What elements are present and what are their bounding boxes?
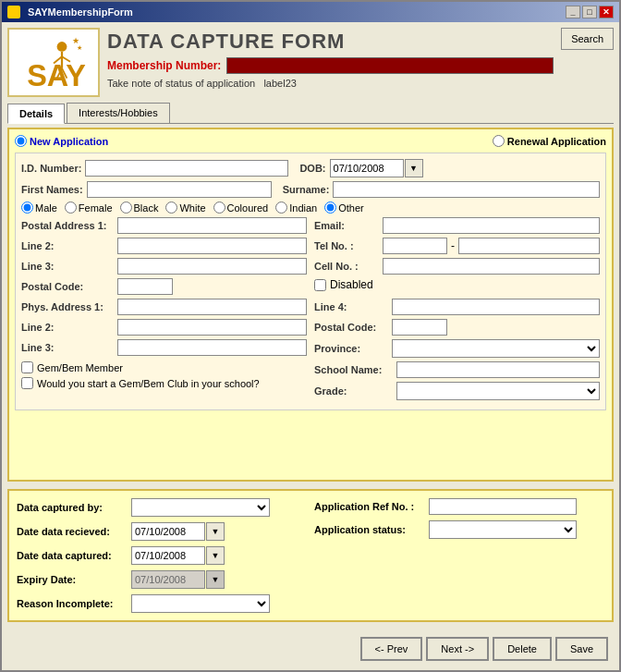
prev-button[interactable]: <- Prev bbox=[360, 637, 423, 661]
grade-dropdown[interactable] bbox=[396, 382, 600, 400]
phys-address-section: Phys. Address 1: Line 2: Line 3: bbox=[21, 299, 600, 361]
postal-addr1-row: Postal Address 1: bbox=[21, 217, 307, 234]
new-application-label: New Application bbox=[30, 136, 108, 147]
date-captured-row: Date data captured: 07/10/2008 ▼ bbox=[17, 546, 307, 565]
gem-bem-member-row: Gem/Bem Member bbox=[21, 361, 307, 373]
app-ref-input[interactable] bbox=[429, 498, 577, 515]
disabled-row: Disabled bbox=[314, 278, 600, 291]
new-application-option[interactable]: New Application bbox=[15, 135, 108, 147]
dob-calendar-button[interactable]: ▼ bbox=[405, 159, 423, 177]
date-captured-input[interactable]: 07/10/2008 bbox=[131, 546, 205, 565]
black-label: Black bbox=[134, 202, 159, 214]
phys-postal-input[interactable] bbox=[392, 319, 447, 336]
postal-address-col: Postal Address 1: Line 2: Line 3: P bbox=[21, 217, 307, 299]
membership-label: Membership Number: bbox=[107, 59, 221, 72]
province-dropdown[interactable] bbox=[392, 339, 600, 358]
date-captured-calendar-button[interactable]: ▼ bbox=[206, 546, 225, 565]
new-application-radio[interactable] bbox=[15, 135, 27, 147]
email-input[interactable] bbox=[383, 217, 600, 234]
phys-postal-row: Postal Code: bbox=[314, 319, 600, 336]
app-status-dropdown[interactable] bbox=[429, 520, 577, 539]
postal-line3-label: Line 3: bbox=[21, 261, 114, 272]
gem-bem-club-checkbox[interactable] bbox=[21, 377, 33, 389]
male-option[interactable]: Male bbox=[21, 202, 57, 214]
expiry-input[interactable]: 07/10/2008 bbox=[131, 570, 205, 589]
contact-col: Email: Tel No. : - Cell No. : bbox=[314, 217, 600, 299]
tel-ext-input[interactable] bbox=[458, 238, 600, 254]
phys-address-col: Phys. Address 1: Line 2: Line 3: bbox=[21, 299, 307, 361]
black-radio[interactable] bbox=[120, 202, 132, 214]
disabled-checkbox[interactable] bbox=[314, 279, 326, 291]
female-radio[interactable] bbox=[65, 202, 77, 214]
postal-line3-row: Line 3: bbox=[21, 258, 307, 275]
surname-label: Surname: bbox=[283, 184, 330, 195]
close-button[interactable]: ✕ bbox=[599, 6, 614, 18]
white-radio[interactable] bbox=[165, 202, 177, 214]
delete-button[interactable]: Delete bbox=[493, 637, 552, 661]
logo-box: SAY ★ ★ bbox=[7, 28, 100, 97]
reason-incomplete-label: Reason Incomplete: bbox=[17, 598, 128, 609]
save-button[interactable]: Save bbox=[555, 637, 608, 661]
indian-option[interactable]: Indian bbox=[275, 202, 317, 214]
membership-number-input[interactable] bbox=[226, 57, 554, 74]
renewal-application-radio[interactable] bbox=[493, 135, 505, 147]
postal-code-input[interactable] bbox=[117, 278, 173, 295]
gem-bem-club-row: Would you start a Gem/Bem Club in your s… bbox=[21, 377, 307, 389]
minimize-button[interactable]: _ bbox=[566, 6, 580, 18]
disabled-option[interactable]: Disabled bbox=[314, 278, 373, 291]
captured-by-dropdown[interactable] bbox=[131, 498, 270, 517]
line4-input[interactable] bbox=[392, 299, 600, 315]
renewal-application-option[interactable]: Renewal Application bbox=[493, 135, 606, 147]
say-logo: SAY ★ ★ bbox=[12, 31, 95, 94]
id-dob-row: I.D. Number: DOB: 07/10/2008 ▼ bbox=[21, 159, 600, 177]
reason-incomplete-dropdown[interactable] bbox=[131, 594, 270, 613]
postal-line2-row: Line 2: bbox=[21, 238, 307, 254]
cell-input[interactable] bbox=[383, 258, 600, 275]
grade-row: Grade: bbox=[314, 382, 600, 400]
names-row: First Names: Surname: bbox=[21, 181, 600, 198]
maximize-button[interactable]: □ bbox=[582, 6, 597, 18]
phys-line3-row: Line 3: bbox=[21, 339, 307, 356]
postal-line2-input[interactable] bbox=[117, 238, 307, 254]
membership-row: Membership Number: bbox=[107, 57, 554, 74]
coloured-radio[interactable] bbox=[213, 202, 225, 214]
svg-point-2 bbox=[57, 42, 67, 52]
app-ref-label: Application Ref No. : bbox=[314, 501, 425, 512]
other-option[interactable]: Other bbox=[324, 202, 364, 214]
postal-addr1-input[interactable] bbox=[117, 217, 307, 234]
next-button[interactable]: Next -> bbox=[426, 637, 489, 661]
app-status-label: Application status: bbox=[314, 524, 425, 535]
coloured-option[interactable]: Coloured bbox=[213, 202, 269, 214]
male-radio[interactable] bbox=[21, 202, 33, 214]
province-row: Province: bbox=[314, 339, 600, 358]
female-option[interactable]: Female bbox=[65, 202, 113, 214]
id-number-input[interactable] bbox=[85, 160, 288, 177]
tabs-row: Details Interests/Hobbies bbox=[7, 103, 614, 124]
tel-input[interactable] bbox=[383, 238, 447, 254]
postal-line3-input[interactable] bbox=[117, 258, 307, 275]
main-title: DATA CAPTURE FORM bbox=[107, 30, 554, 54]
date-received-input[interactable]: 07/10/2008 bbox=[131, 522, 205, 541]
other-radio[interactable] bbox=[324, 202, 336, 214]
tab-details[interactable]: Details bbox=[7, 104, 65, 124]
dob-input[interactable]: 07/10/2008 bbox=[330, 159, 404, 177]
school-name-input[interactable] bbox=[396, 361, 600, 378]
main-panel: New Application Renewal Application I.D.… bbox=[7, 128, 614, 482]
first-names-input[interactable] bbox=[87, 181, 272, 198]
black-option[interactable]: Black bbox=[120, 202, 159, 214]
indian-radio[interactable] bbox=[275, 202, 287, 214]
phys-line2-input[interactable] bbox=[117, 319, 307, 336]
app-icon bbox=[7, 6, 20, 18]
date-received-calendar-button[interactable]: ▼ bbox=[206, 522, 225, 541]
tab-interests[interactable]: Interests/Hobbies bbox=[67, 103, 170, 123]
gem-bem-checkbox[interactable] bbox=[21, 361, 33, 373]
window-title: SAYMembershipForm bbox=[28, 6, 133, 18]
phys-addr1-input[interactable] bbox=[117, 299, 307, 315]
postal-code-label: Postal Code: bbox=[21, 281, 114, 292]
address-contact-section: Postal Address 1: Line 2: Line 3: P bbox=[21, 217, 600, 299]
surname-input[interactable] bbox=[333, 181, 600, 198]
white-option[interactable]: White bbox=[165, 202, 205, 214]
search-button[interactable]: Search bbox=[561, 28, 614, 50]
phys-line3-input[interactable] bbox=[117, 339, 307, 356]
expiry-calendar-button[interactable]: ▼ bbox=[206, 570, 225, 589]
